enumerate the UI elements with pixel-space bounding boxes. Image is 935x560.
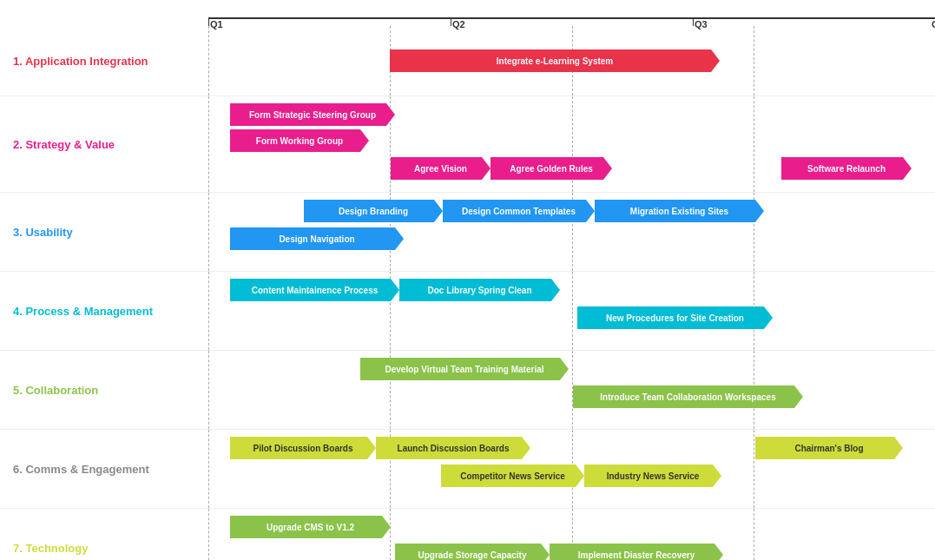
gantt-header: Q1 Q2 Q3 Q4 — [0, 0, 935, 26]
bar-industry-news: Industry News Service — [584, 464, 721, 487]
timeline-comms: Pilot Discussion Boards Launch Discussio… — [208, 430, 935, 508]
timeline-process: Content Maintainence Process Doc Library… — [208, 272, 935, 350]
row-app-integration: 1. Application Integration Integrate e-L… — [0, 26, 935, 96]
timeline-strategy: Form Strategic Steering Group Form Worki… — [208, 96, 935, 192]
bar-doc-library: Doc Library Spring Clean — [399, 279, 560, 301]
bar-content-maintenance: Content Maintainence Process — [230, 279, 399, 301]
bar-form-working: Form Working Group — [230, 129, 369, 152]
timeline-app-integration: Integrate e-Learning System — [208, 26, 935, 96]
bar-team-collab: Introduce Team Collaboration Workspaces — [573, 385, 803, 408]
bar-design-nav: Design Navigation — [230, 227, 404, 250]
bar-agree-vision: Agree Vision — [391, 157, 491, 180]
bar-form-strategic: Form Strategic Steering Group — [230, 103, 395, 126]
row-label-technology: 7. Technology — [0, 533, 208, 561]
bar-pilot-discussion: Pilot Discussion Boards — [230, 437, 376, 459]
bar-virtual-team: Develop Virtual Team Training Material — [360, 358, 569, 380]
bar-upgrade-cms: Upgrade CMS to V1.2 — [230, 516, 391, 538]
row-label-comms: 6. Comms & Engagement — [0, 454, 208, 484]
bar-design-common: Design Common Templates — [443, 200, 595, 222]
bar-launch-discussion: Launch Discussion Boards — [376, 437, 530, 459]
bar-migration: Migration Existing Sites — [595, 200, 764, 222]
bar-agree-golden: Agree Golden Rules — [491, 157, 612, 180]
row-strategy: 2. Strategy & Value Form Strategic Steer… — [0, 96, 935, 193]
row-comms: 6. Comms & Engagement Pilot Discussion B… — [0, 430, 935, 509]
bar-elearning: Integrate e-Learning System — [390, 49, 720, 72]
row-label-collaboration: 5. Collaboration — [0, 375, 208, 405]
row-technology: 7. Technology Upgrade CMS to V1.2 Upgrad… — [0, 509, 935, 560]
row-collaboration: 5. Collaboration Develop Virtual Team Tr… — [0, 351, 935, 430]
bar-chairmans-blog: Chairman's Blog — [755, 437, 903, 459]
bar-design-branding: Design Branding — [304, 200, 443, 222]
row-usability: 3. Usability Design Branding Design Comm… — [0, 193, 935, 272]
row-label-strategy: 2. Strategy & Value — [0, 129, 208, 160]
timeline-usability: Design Branding Design Common Templates … — [208, 193, 935, 271]
bar-software-relaunch: Software Relaunch — [781, 157, 912, 180]
bar-implement-disaster: Implement Diaster Recovery — [550, 544, 723, 560]
gantt-chart: Q1 Q2 Q3 Q4 1. Application Integration I… — [0, 0, 935, 560]
bar-new-procedures: New Procedures for Site Creation — [577, 306, 773, 329]
timeline-collaboration: Develop Virtual Team Training Material I… — [208, 351, 935, 429]
row-label-process: 4. Process & Management — [0, 296, 208, 326]
label-column-header — [0, 0, 208, 26]
bar-upgrade-storage: Upgrade Storage Capacity — [395, 544, 550, 560]
row-label-usability: 3. Usability — [0, 217, 208, 247]
timeline-technology: Upgrade CMS to V1.2 Upgrade Storage Capa… — [208, 509, 935, 560]
timeline-header: Q1 Q2 Q3 Q4 — [208, 17, 935, 26]
row-label-app-integration: 1. Application Integration — [0, 46, 208, 76]
bar-competitor-news: Competitor News Service — [441, 464, 584, 487]
row-process: 4. Process & Management Content Maintain… — [0, 272, 935, 351]
